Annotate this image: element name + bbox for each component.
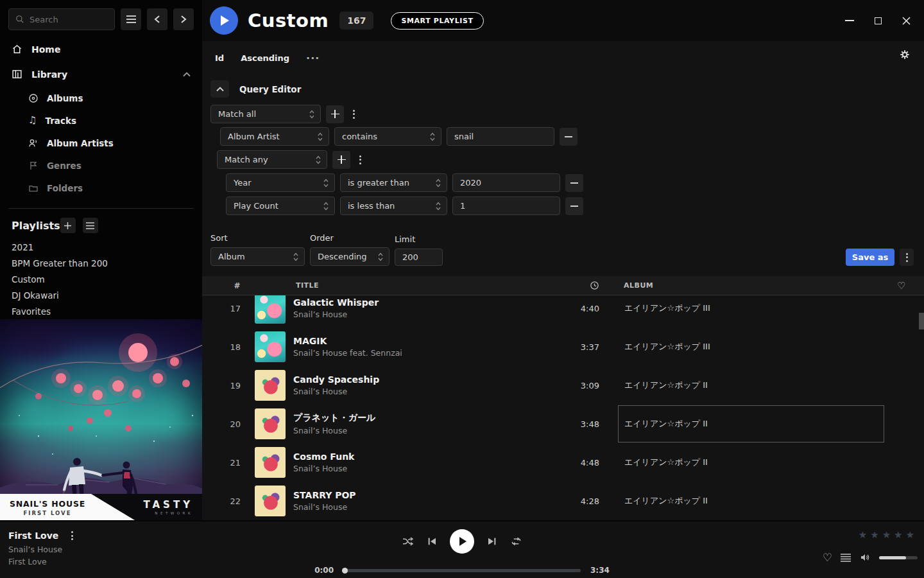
playlist-item[interactable]: BPM Greater than 200	[0, 255, 202, 271]
playlist-item[interactable]: Custom	[0, 271, 202, 287]
sidebar-item-tracks[interactable]: ♫ Tracks	[0, 109, 202, 132]
rule-value-input[interactable]	[447, 127, 554, 146]
rule-operator-select[interactable]: is less than	[340, 197, 447, 215]
match-type-select[interactable]: Match all	[210, 105, 321, 123]
sidebar-item-genres[interactable]: Genres	[0, 154, 202, 177]
table-row[interactable]: 22 STARRY POP Snail’s House 4:28 エイリアン☆ポ…	[202, 482, 924, 520]
nav-back-button[interactable]	[147, 8, 167, 30]
rule-value-input[interactable]	[452, 173, 560, 192]
playlist-item[interactable]: DJ Okawari	[0, 287, 202, 303]
track-album: エイリアン☆ポップ III	[618, 295, 884, 327]
rule-operator-select[interactable]: contains	[334, 127, 441, 146]
query-order-select[interactable]: Descending	[310, 247, 389, 266]
add-rule-button[interactable]	[326, 105, 344, 123]
query-rule-row: Year is greater than	[202, 173, 924, 192]
collapse-query-button[interactable]	[210, 80, 229, 98]
queue-button[interactable]	[841, 554, 851, 562]
playlist-item[interactable]: 2021	[0, 239, 202, 255]
table-row[interactable]: 18 MAGIK Snail’s House feat. Sennzai 3:3…	[202, 328, 924, 366]
menu-button[interactable]	[121, 8, 141, 30]
table-row[interactable]: 19 Candy Spaceship Snail’s House 3:09 エイ…	[202, 366, 924, 405]
settings-button[interactable]	[900, 49, 910, 60]
track-album-focused-cell[interactable]: エイリアン☆ポップ II	[618, 405, 884, 442]
minimize-button[interactable]	[835, 6, 864, 35]
star-icon[interactable]: ★	[870, 529, 878, 541]
next-button[interactable]	[487, 536, 497, 547]
now-playing-album-art[interactable]: SNAIL'S HOUSE FIRST LOVE TASTY NETWORK	[0, 319, 202, 520]
table-row[interactable]: 17 Galactic Whisper Snail’s House 4:40 エ…	[202, 295, 924, 328]
select-chevrons-icon	[436, 202, 441, 211]
remove-rule-button[interactable]	[560, 128, 578, 146]
close-button[interactable]	[892, 6, 920, 35]
volume-fill	[879, 556, 906, 559]
query-sort-select[interactable]: Album	[210, 247, 305, 266]
previous-button[interactable]	[427, 536, 437, 547]
column-favorite[interactable]: ♡	[886, 280, 924, 292]
column-duration[interactable]	[539, 281, 603, 290]
order-label: Order	[310, 233, 389, 243]
collapse-icon[interactable]	[183, 72, 191, 77]
favorite-button[interactable]: ♡	[823, 551, 832, 564]
rule-operator-select[interactable]: is greater than	[340, 173, 447, 192]
nav-forward-button[interactable]	[173, 8, 194, 30]
sidebar-item-library[interactable]: Library	[0, 62, 202, 87]
star-icon[interactable]: ★	[894, 529, 902, 541]
search-box[interactable]	[8, 8, 115, 30]
column-album[interactable]: ALBUM	[603, 281, 886, 290]
star-icon[interactable]: ★	[906, 529, 914, 541]
table-row[interactable]: 20 プラネット・ガール Snail’s House 3:48 エイリアン☆ポッ…	[202, 405, 924, 443]
match-type-select[interactable]: Match any	[217, 150, 327, 169]
progress-bar[interactable]	[343, 569, 581, 572]
shuffle-button[interactable]	[402, 536, 414, 547]
column-index[interactable]: #	[202, 281, 244, 290]
now-playing-artist[interactable]: Snail’s House	[8, 545, 77, 554]
sidebar-item-folders[interactable]: Folders	[0, 177, 202, 199]
column-title[interactable]: TITLE	[286, 281, 539, 290]
sidebar-item-label: Albums	[47, 93, 83, 103]
remove-rule-button[interactable]	[565, 174, 583, 192]
add-rule-button[interactable]	[332, 151, 350, 169]
playlist-list-button[interactable]	[83, 218, 98, 233]
search-input[interactable]	[30, 15, 108, 24]
maximize-button[interactable]	[864, 6, 892, 35]
album-art-banner: SNAIL'S HOUSE FIRST LOVE TASTY NETWORK	[0, 494, 202, 520]
track-duration: 4:48	[539, 458, 603, 468]
rule-field-select[interactable]: Play Count	[226, 197, 335, 215]
save-as-button[interactable]: Save as	[846, 249, 894, 266]
now-playing-title: First Love	[8, 530, 58, 541]
sidebar-item-albums[interactable]: Albums	[0, 87, 202, 109]
now-playing-more-button[interactable]	[67, 531, 77, 540]
star-icon[interactable]: ★	[859, 529, 867, 541]
add-playlist-button[interactable]	[60, 218, 76, 233]
playlist-item[interactable]: Favorites	[0, 303, 202, 319]
album-art-illustration	[0, 319, 202, 520]
table-row[interactable]: 21 Cosmo Funk Snail’s House 4:48 エイリアン☆ポ…	[202, 443, 924, 482]
smart-playlist-badge: SMART PLAYLIST	[391, 12, 483, 30]
repeat-button[interactable]	[510, 536, 522, 547]
query-limit-input[interactable]	[395, 249, 443, 266]
sort-order-button[interactable]: Ascending	[241, 53, 289, 63]
group-more-button[interactable]	[355, 155, 365, 164]
remove-rule-button[interactable]	[565, 197, 583, 215]
volume-button[interactable]	[859, 552, 871, 563]
rule-value-input[interactable]	[452, 197, 560, 215]
total-time: 3:34	[590, 566, 612, 575]
maximize-icon	[875, 17, 882, 24]
sort-field-button[interactable]: Id	[215, 53, 224, 63]
now-playing-album[interactable]: First Love	[8, 557, 77, 566]
more-options-button[interactable]: ···	[306, 52, 320, 64]
save-more-button[interactable]	[900, 249, 914, 266]
play-playlist-button[interactable]	[210, 6, 238, 35]
group-more-button[interactable]	[349, 110, 359, 119]
sidebar-item-home[interactable]: Home	[0, 37, 202, 62]
track-title: プラネット・ガール	[293, 412, 539, 424]
playlists-title: Playlists	[12, 220, 60, 232]
rule-field-select[interactable]: Year	[226, 173, 335, 192]
progress-handle[interactable]	[342, 568, 348, 574]
star-icon[interactable]: ★	[882, 529, 891, 541]
rule-field-select[interactable]: Album Artist	[220, 127, 329, 146]
scrollbar-thumb[interactable]	[919, 313, 924, 329]
volume-slider[interactable]	[879, 556, 918, 559]
sidebar-item-album-artists[interactable]: Album Artists	[0, 132, 202, 154]
play-pause-button[interactable]	[450, 529, 474, 554]
